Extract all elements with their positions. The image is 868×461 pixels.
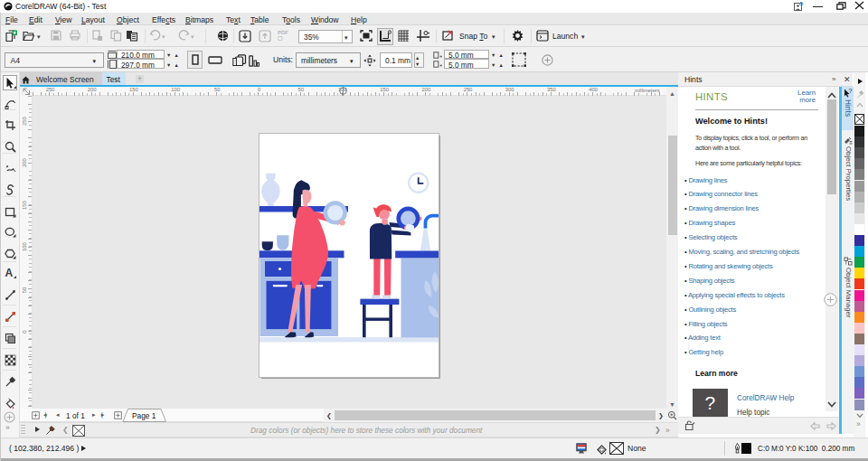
svg-text:?: ?	[848, 89, 852, 94]
